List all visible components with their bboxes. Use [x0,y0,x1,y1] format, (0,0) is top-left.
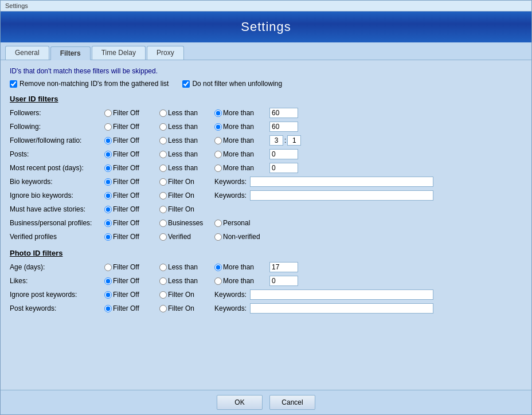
recent-post-value-input[interactable] [269,163,298,173]
filter-row-post-keywords: Post keywords: Filter Off Filter On Keyw… [10,302,522,315]
filter-row-following: Following: Filter Off Less than More tha… [10,120,522,133]
radio-followers-filter-off-input[interactable] [104,109,112,117]
filter-label-following: Following: [10,123,104,131]
footer: OK Cancel [1,390,531,414]
post-keywords-input[interactable] [250,303,433,314]
radio-group-following: Filter Off Less than More than [104,122,298,132]
radio-group-verified: Filter Off Verified Non-verified [104,233,268,241]
radio-posts-less-than-input[interactable] [159,151,167,158]
radio-ignore-bio-filter-on: Filter On [159,191,211,199]
filter-label-biz-personal: Business/personal profiles: [10,219,104,227]
radio-bio-keywords-filter-off-input[interactable] [104,178,112,186]
radio-following-more-than-input[interactable] [214,123,222,131]
radio-ignore-post-filter-off-input[interactable] [104,291,112,299]
filter-row-biz-personal: Business/personal profiles: Filter Off B… [10,217,522,229]
radio-followers-less-than-input[interactable] [159,109,167,117]
radio-following-less-than-input[interactable] [159,123,167,131]
radio-likes-more-than: More than [214,277,266,285]
info-text: ID's that don't match these filters will… [10,67,522,75]
radio-followers-more-than-input[interactable] [214,109,222,117]
radio-likes-less-than-input[interactable] [159,277,167,285]
ok-button[interactable]: OK [217,395,263,410]
tab-proxy[interactable]: Proxy [147,46,184,60]
radio-ratio-filter-off-input[interactable] [104,137,112,144]
radio-posts-filter-off-input[interactable] [104,151,112,158]
radio-recent-post-more-than-input[interactable] [214,165,222,172]
radio-ignore-bio-filter-on-input[interactable] [159,192,167,199]
settings-window: Settings Settings General Filters Time D… [0,0,532,415]
radio-age-more-than-input[interactable] [214,264,222,271]
radio-active-stories-filter-on-input[interactable] [159,206,167,213]
filter-label-recent-post: Most recent post (days): [10,164,104,172]
tab-time-delay[interactable]: Time Delay [92,46,146,60]
post-keywords-label: Keywords: [214,304,247,312]
radio-active-stories-filter-off-input[interactable] [104,206,112,213]
filter-row-ratio: Follower/following ratio: Filter Off Les… [10,134,522,147]
radio-post-keywords-filter-on: Filter On [159,304,211,312]
radio-ratio-less-than: Less than [159,136,211,144]
posts-value-input[interactable] [269,149,298,159]
radio-bio-keywords-filter-off: Filter Off [104,178,156,186]
radio-businesses: Businesses [159,219,211,227]
checkbox-remove-nonmatching-input[interactable] [10,80,17,88]
checkbox-no-filter-unfollowing-input[interactable] [182,80,190,88]
radio-verified-only-input[interactable] [159,233,167,241]
radio-ignore-post-filter-on-input[interactable] [159,291,167,299]
radio-bio-keywords-filter-on-input[interactable] [159,178,167,186]
filter-label-age: Age (days): [10,263,104,271]
cancel-button[interactable]: Cancel [269,395,315,410]
checkbox-remove-nonmatching: Remove non-matching ID's from the gather… [10,80,169,88]
radio-group-post-keywords: Filter Off Filter On Keywords: [104,303,433,314]
radio-likes-more-than-input[interactable] [214,277,222,285]
filter-row-ignore-bio: Ignore bio keywords: Filter Off Filter O… [10,189,522,202]
ratio-value1-input[interactable] [269,135,283,146]
radio-recent-post-filter-off-input[interactable] [104,165,112,172]
radio-active-stories-filter-on: Filter On [159,205,211,213]
filter-label-ignore-post-keywords: Ignore post keywords: [10,291,104,299]
radio-ratio-less-than-input[interactable] [159,137,167,144]
tab-bar: General Filters Time Delay Proxy [1,42,531,60]
ignore-post-keywords-input[interactable] [250,289,433,300]
header-title: Settings [9,19,523,34]
radio-following-filter-off: Filter Off [104,123,156,131]
tab-filters[interactable]: Filters [50,46,91,60]
age-value-input[interactable] [269,262,298,272]
bio-keywords-input[interactable] [250,177,433,187]
radio-likes-filter-off-input[interactable] [104,277,112,285]
radio-post-keywords-filter-off-input[interactable] [104,305,112,312]
likes-value-input[interactable] [269,276,298,286]
ratio-inputs: : [269,135,301,146]
ratio-value2-input[interactable] [287,135,301,146]
radio-biz-filter-off-input[interactable] [104,220,112,227]
tab-general[interactable]: General [5,46,49,60]
filter-label-ratio: Follower/following ratio: [10,136,104,144]
radio-verified-filter-off-input[interactable] [104,233,112,241]
radio-posts-more-than-input[interactable] [214,151,222,158]
radio-non-verified-input[interactable] [214,233,222,241]
followers-value-input[interactable] [269,108,298,118]
filter-label-post-keywords: Post keywords: [10,304,104,312]
ignore-bio-keywords-input[interactable] [250,190,433,201]
radio-recent-post-less-than-input[interactable] [159,165,167,172]
radio-age-filter-off-input[interactable] [104,264,112,271]
radio-personal-input[interactable] [214,220,222,227]
radio-businesses-input[interactable] [159,220,167,227]
filter-label-verified: Verified profiles [10,233,104,241]
radio-group-ignore-bio: Filter Off Filter On Keywords: [104,190,433,201]
following-value-input[interactable] [269,122,298,132]
radio-ratio-more-than-input[interactable] [214,137,222,144]
checkbox-no-filter-unfollowing: Do not filter when unfollowing [182,80,282,88]
radio-following-less-than: Less than [159,123,211,131]
radio-followers-less-than: Less than [159,109,211,117]
radio-group-posts: Filter Off Less than More than [104,149,298,159]
radio-following-filter-off-input[interactable] [104,123,112,131]
radio-age-less-than-input[interactable] [159,264,167,271]
filter-row-posts: Posts: Filter Off Less than More than [10,148,522,160]
filter-row-recent-post: Most recent post (days): Filter Off Less… [10,162,522,174]
radio-ignore-bio-filter-off-input[interactable] [104,192,112,199]
radio-post-keywords-filter-on-input[interactable] [159,305,167,312]
radio-likes-filter-off: Filter Off [104,277,156,285]
header-banner: Settings [1,11,531,42]
checkbox-no-filter-unfollowing-label: Do not filter when unfollowing [192,80,282,88]
photo-id-section-header: Photo ID filters [10,249,522,257]
